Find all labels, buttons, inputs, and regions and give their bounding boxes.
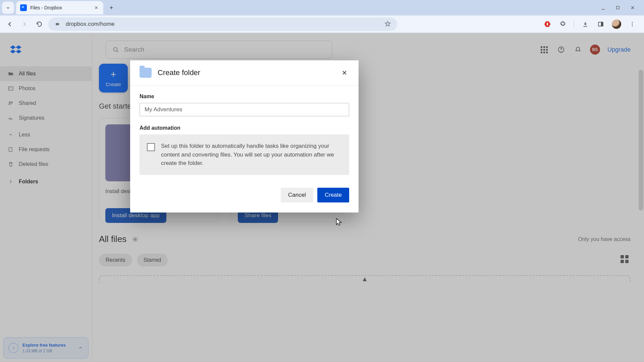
automation-description: Set up this folder to automatically hand… [161,142,342,168]
window-minimize-button[interactable] [600,4,606,11]
new-tab-button[interactable] [105,2,117,14]
automation-checkbox[interactable] [147,143,155,151]
window-close-button[interactable] [629,4,636,11]
svg-rect-2 [547,23,548,25]
name-field-label: Name [140,94,349,100]
window-maximize-button[interactable] [614,4,621,11]
svg-point-7 [632,25,633,26]
svg-point-6 [632,23,633,24]
tabs-dropdown-button[interactable] [2,2,14,14]
svg-point-5 [632,22,633,23]
automation-label: Add automation [140,125,349,131]
forward-button[interactable] [19,18,30,30]
extensions-icon[interactable] [558,20,567,28]
tab-close-button[interactable] [93,5,99,11]
chrome-profile-avatar[interactable] [612,19,621,29]
svg-rect-4 [601,22,603,26]
tab-strip: Files - Dropbox [0,0,644,15]
create-folder-modal: Create folder Name Add automation Set up… [130,60,359,213]
svg-rect-0 [616,6,619,9]
folder-name-input[interactable] [140,103,349,116]
chrome-menu-icon[interactable] [628,20,637,28]
create-button[interactable]: Create [317,188,349,202]
dropbox-favicon-icon [20,4,27,11]
back-button[interactable] [4,18,15,30]
cancel-button[interactable]: Cancel [281,188,313,202]
modal-title: Create folder [158,68,200,77]
side-panel-icon[interactable] [596,20,605,28]
automation-option[interactable]: Set up this folder to automatically hand… [140,134,349,175]
url-text: dropbox.com/home [66,21,380,27]
bookmark-star-icon[interactable] [384,20,392,28]
folder-icon [140,68,152,78]
page-viewport: All files Photos Shared Signatures [0,33,644,362]
reload-button[interactable] [34,18,45,30]
address-bar[interactable]: dropbox.com/home [48,17,397,31]
window-controls [600,4,642,11]
toolbar-separator [574,20,574,28]
browser-toolbar: dropbox.com/home [0,15,644,33]
modal-close-button[interactable] [340,68,349,77]
browser-window: Files - Dropbox dropbox.com/home [0,0,644,362]
browser-tab-active[interactable]: Files - Dropbox [16,1,103,14]
tab-title: Files - Dropbox [30,5,90,10]
site-info-icon[interactable] [54,20,61,28]
downloads-icon[interactable] [581,20,590,28]
adblock-extension-icon[interactable] [543,20,552,28]
mouse-cursor-icon [335,218,343,227]
